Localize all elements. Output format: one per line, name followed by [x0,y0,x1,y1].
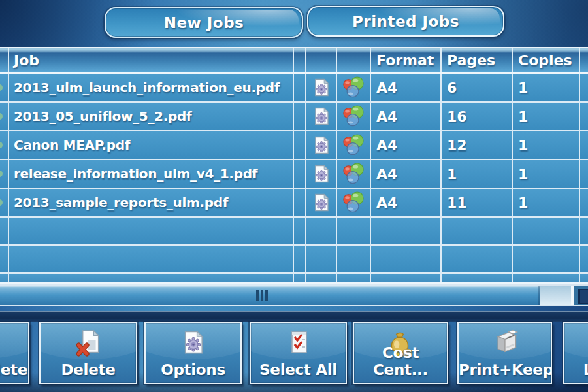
color-circles-icon [341,76,366,99]
row-color-cell [337,189,371,216]
print-delete-label: Print+Delete [0,361,28,378]
scrollbar-thumb[interactable] [0,286,540,305]
row-options-cell [306,131,337,159]
job-format: A4 [371,74,442,101]
job-pages: 12 [442,131,513,159]
color-circles-icon [341,191,366,214]
job-name: 2013_sample_reports_ulm.pdf [9,189,294,216]
cost-center-label: Cost Cent... [354,344,447,378]
header-spacer [294,48,306,72]
row-status-cell [0,74,9,101]
job-name: Canon MEAP.pdf [9,131,294,159]
row-color-cell [337,160,371,188]
status-icon [0,142,3,148]
header-job: Job [9,48,294,72]
empty-row [0,246,588,274]
gear-document-icon [312,192,331,213]
row-options-cell [306,74,337,101]
header-format: Format [371,48,442,72]
job-row[interactable]: 2013_05_uniflow_5_2.pdf A4 16 1 [0,103,588,131]
horizontal-scrollbar[interactable] [0,284,588,306]
row-edge-cell [580,74,588,101]
scrollbar-track[interactable] [540,286,571,305]
header-status [0,48,9,72]
job-format: A4 [371,131,442,159]
print-delete-button[interactable]: Print+Delete [0,322,29,384]
header-edge [580,48,588,72]
delete-button[interactable]: Delete [39,322,137,384]
row-spacer-cell [294,74,306,101]
scrollbar-corner-button[interactable] [574,286,588,305]
separator-band [0,311,588,322]
delete-label: Delete [41,361,136,378]
job-format: A4 [371,103,442,130]
job-copies: 1 [513,103,580,130]
job-pages: 6 [442,74,513,101]
options-label: Options [146,361,240,378]
header-color-icon-col [337,48,371,72]
row-status-cell [0,131,9,159]
job-name: release_information_ulm_v4_1.pdf [9,160,294,188]
job-copies: 1 [513,189,580,216]
header-pages: Pages [442,48,513,72]
job-row[interactable]: Canon MEAP.pdf A4 12 1 [0,131,588,160]
color-circles-icon [341,105,366,127]
row-edge-cell [580,189,588,216]
select-all-button[interactable]: Select All [250,322,347,384]
table-header-row: Job Format Pages Copies [0,48,588,74]
status-icon [0,171,3,177]
header-copies: Copies [513,48,580,72]
empty-row [0,218,588,246]
tab-new-jobs-label: New Jobs [164,14,244,31]
delete-document-icon [74,329,102,357]
tab-printed-jobs-label: Printed Jobs [352,13,459,30]
print-keep-button[interactable]: Print+Keep [457,322,552,384]
row-options-cell [306,160,337,188]
row-edge-cell [580,103,588,130]
print-keep-label: Print+Keep [459,361,551,378]
scroll-right-icon [578,289,588,304]
row-spacer-cell [294,103,306,130]
gear-document-icon [312,163,331,184]
printer-icon [491,329,519,355]
job-name: 2013_ulm_launch_information_eu.pdf [9,74,294,101]
scrollbar-grip-icon [256,290,268,301]
empty-row-partial [0,274,588,284]
tab-printed-jobs[interactable]: Printed Jobs [307,6,504,37]
uniflow-print-jobs-screen: New Jobs Printed Jobs Job Format Pages C… [0,0,588,392]
status-icon [0,113,3,120]
row-status-cell [0,103,9,130]
options-button[interactable]: Options [144,322,242,384]
gear-document-icon [312,135,331,155]
checklist-icon [286,329,312,355]
job-pages: 11 [442,189,513,216]
select-all-label: Select All [251,361,346,378]
color-circles-icon [341,163,366,185]
row-edge-cell [580,160,588,188]
job-pages: 1 [442,160,513,188]
job-row[interactable]: 2013_sample_reports_ulm.pdf A4 11 1 [0,189,588,218]
row-edge-cell [580,131,588,159]
row-spacer-cell [294,131,306,159]
row-status-cell [0,160,9,188]
job-row[interactable]: release_information_ulm_v4_1.pdf A4 1 1 [0,160,588,189]
row-status-cell [0,189,9,216]
logout-label: Logout [564,361,588,378]
row-options-cell [306,103,337,130]
job-row[interactable]: 2013_ulm_launch_information_eu.pdf A4 6 … [0,74,588,103]
status-icon [0,199,3,206]
job-copies: 1 [513,160,580,188]
row-spacer-cell [294,160,306,188]
row-spacer-cell [294,189,306,216]
tab-new-jobs[interactable]: New Jobs [105,7,303,38]
status-icon [0,84,3,91]
table-body: 2013_ulm_launch_information_eu.pdf A4 6 … [0,74,588,218]
gear-document-icon [312,77,331,98]
job-format: A4 [371,189,442,216]
header-options-icon-col [306,48,337,72]
logout-button[interactable]: Logout [563,322,588,384]
job-table: Job Format Pages Copies 2013_ulm_launch_… [0,47,588,284]
job-name: 2013_05_uniflow_5_2.pdf [9,103,294,130]
cost-center-button[interactable]: Cost Cent... [353,322,448,384]
color-circles-icon [341,134,366,156]
